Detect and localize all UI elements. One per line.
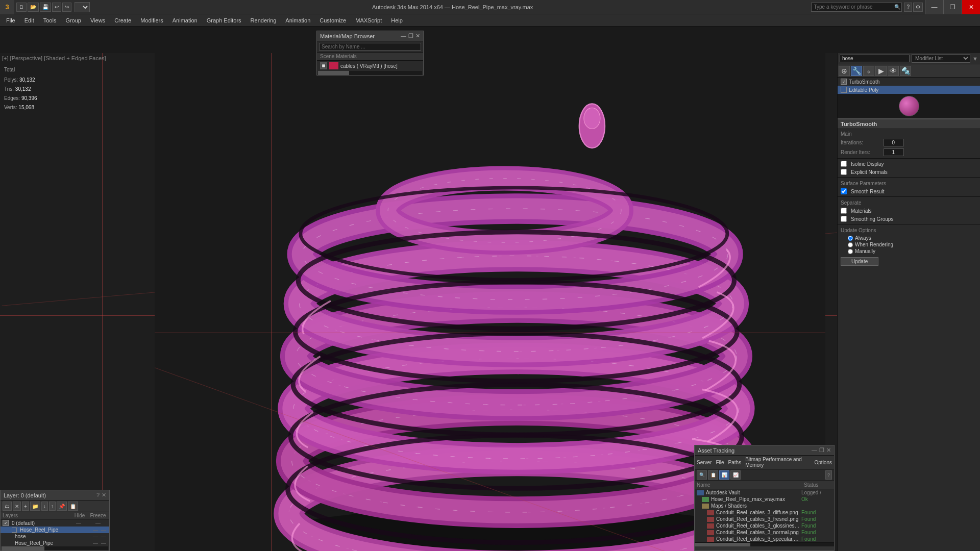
asset-row-diffuse[interactable]: Conduit_Reel_cables_3_diffuse.png Found [695,509,834,516]
layers-help-btn[interactable]: ? [96,492,100,498]
open-btn[interactable]: 📂 [28,3,39,12]
asset-minimize-btn[interactable]: — [812,447,817,454]
mat-browser-restore-btn[interactable]: ❐ [408,33,413,39]
asset-row-glossiness[interactable]: Conduit_Reel_cables_3_glossiness.png Fou… [695,522,834,529]
layers-scrollbar-h[interactable] [2,546,108,550]
layer-col1-hosereel2[interactable]: — [92,540,99,546]
materials-checkbox[interactable] [841,208,847,214]
layer-col2-hose[interactable]: — [100,534,107,539]
smooth-result-checkbox[interactable] [841,188,847,194]
minimize-btn[interactable]: — [925,0,943,14]
always-radio[interactable] [848,236,853,241]
cmd-display-btn[interactable]: 👁 [888,66,899,76]
menu-create[interactable]: Create [110,16,135,24]
asset-close-btn[interactable]: ✕ [826,447,831,454]
asset-btn3[interactable]: 📊 [719,470,729,480]
layer-col2-hosereel[interactable]: — [100,527,107,533]
help-icon[interactable]: ? [904,3,912,12]
asset-scrollbar-v[interactable] [695,546,834,550]
cmd-modify-btn[interactable]: 🔧 [851,66,862,76]
redo-btn[interactable]: ↪ [62,3,71,12]
undo-btn[interactable]: ↩ [52,3,61,12]
layers-up-btn[interactable]: ↑ [49,502,56,511]
layers-add-btn[interactable]: + [22,502,29,511]
menu-modifiers[interactable]: Modifiers [136,16,167,24]
menu-rendering[interactable]: Rendering [247,16,281,24]
iterations-input[interactable] [884,139,904,146]
menu-maxscript[interactable]: MAXScript [351,16,386,24]
manually-radio[interactable] [848,249,853,254]
modifier-search-input[interactable] [840,55,910,62]
layers-pin-btn[interactable]: 📌 [57,502,67,511]
when-rendering-radio[interactable] [848,242,853,247]
layer-row-hosereel[interactable]: Hose_Reel_Pipe — — [1,527,109,533]
asset-btn1[interactable]: 🔍 [697,470,707,480]
isoline-display-checkbox[interactable] [841,161,847,167]
asset-menu-options[interactable]: Options [815,460,832,465]
cmd-utilities-btn[interactable]: 🔩 [900,66,911,76]
menu-customize[interactable]: Customize [315,16,350,24]
menu-animation2[interactable]: Animation [281,16,314,24]
layers-down-btn[interactable]: ↓ [41,502,48,511]
menu-animation[interactable]: Animation [168,16,202,24]
asset-row-vault[interactable]: Autodesk Vault Logged / [695,489,834,496]
layers-copy-btn[interactable]: 📋 [68,502,78,511]
mat-browser-scrollbar[interactable] [318,71,422,75]
cmd-hierarchy-btn[interactable]: ⬦ [863,66,874,76]
render-iters-input[interactable] [884,148,904,156]
layer-icon-hosereel[interactable] [12,528,17,533]
smoothing-groups-checkbox[interactable] [841,216,847,222]
layer-checkbox-default[interactable]: ✓ [3,520,9,526]
layer-hide-default[interactable]: — [69,520,88,526]
asset-row-normal[interactable]: Conduit_Reel_cables_3_normal.png Found [695,529,834,536]
mat-browser-close-btn[interactable]: ✕ [415,33,420,39]
layer-freeze-default[interactable]: — [89,520,107,526]
mat-browser-minimize-btn[interactable]: — [401,33,406,39]
menu-help[interactable]: Help [387,16,407,24]
cmd-motion-btn[interactable]: ▶ [875,66,887,76]
title-search-input[interactable] [812,4,893,10]
editablepoly-checkbox[interactable] [841,87,847,93]
layer-col1-hosereel[interactable]: — [92,527,99,533]
mat-item[interactable]: 🔲 cables ( VRayMtl ) [hose] [317,61,423,71]
save-btn[interactable]: 💾 [40,3,51,12]
layers-delete-btn[interactable]: ✕ [13,502,21,511]
asset-restore-btn[interactable]: ❐ [819,447,824,454]
asset-row-specular[interactable]: Conduit_Reel_cables_3_specular.png Found [695,536,834,542]
update-button[interactable]: Update [841,257,878,266]
modifier-turbosmooth[interactable]: ✓ TurboSmooth [838,78,980,86]
asset-menu-bitmap[interactable]: Bitmap Performance and Memory [745,457,810,468]
menu-edit[interactable]: Edit [20,16,38,24]
cmd-create-btn[interactable]: ⊕ [839,66,850,76]
turbosmooth-checkbox[interactable]: ✓ [841,79,847,85]
menu-graph-editors[interactable]: Graph Editors [203,16,246,24]
asset-row-fresnel[interactable]: Conduit_Reel_cables_3_fresnel.png Found [695,516,834,522]
new-btn[interactable]: 🗋 [16,3,27,12]
asset-menu-server[interactable]: Server [697,460,712,465]
layer-row-hose[interactable]: hose — — [1,533,109,540]
workspace-selector[interactable]: Workspace: Default [75,2,90,12]
asset-row-maps[interactable]: Maps / Shaders [695,503,834,509]
menu-file[interactable]: File [2,16,19,24]
asset-help-btn[interactable]: ? [825,470,832,480]
layer-col1-hose[interactable]: — [92,534,99,539]
asset-menu-file[interactable]: File [716,460,724,465]
menu-tools[interactable]: Tools [39,16,61,24]
layer-row-hosereel2[interactable]: Hose_Reel_Pipe — — [1,540,109,546]
layers-icon-btn[interactable]: 🗂 [3,502,12,511]
asset-row-maxfile[interactable]: Hose_Reel_Pipe_max_vray.max Ok [695,496,834,503]
layers-folder-btn[interactable]: 📁 [30,502,40,511]
title-search-box[interactable]: 🔍 [811,3,902,12]
explicit-normals-checkbox[interactable] [841,169,847,175]
asset-menu-paths[interactable]: Paths [728,460,742,465]
layer-col2-hosereel2[interactable]: — [100,540,107,546]
asset-btn4[interactable]: 📈 [730,470,741,480]
asset-btn2[interactable]: 📋 [708,470,718,480]
menu-views[interactable]: Views [86,16,109,24]
modifier-list-dropdown[interactable]: Modifier List [912,54,970,63]
asset-scrollbar-h[interactable] [695,542,834,546]
restore-btn[interactable]: ❐ [943,0,962,14]
layers-close-btn[interactable]: ✕ [102,492,106,498]
close-btn[interactable]: ✕ [962,0,980,14]
settings-icon[interactable]: ⚙ [913,3,923,12]
